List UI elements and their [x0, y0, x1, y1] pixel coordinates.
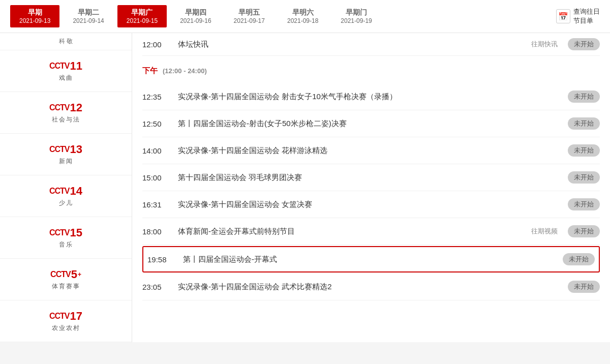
day1-label: 早期 — [28, 8, 42, 17]
day4-date: 2021-09-16 — [180, 17, 211, 24]
cctv17-name: 农业农村 — [52, 324, 80, 332]
date-item-day3[interactable]: 早期广 2021-09-15 — [117, 5, 167, 27]
program-row-2: 14:00 实况录像-第十四届全国运动会 花样游泳精选 未开始 — [142, 137, 600, 164]
prog-status-1[interactable]: 未开始 — [568, 117, 600, 130]
day5-label: 早明五 — [238, 8, 260, 17]
query-history-button[interactable]: 📅 查询往日节目单 — [556, 7, 600, 25]
prog-time-1: 12:50 — [142, 119, 173, 128]
prog-time-6: 19:58 — [147, 255, 178, 264]
prog-status-4[interactable]: 未开始 — [568, 198, 600, 210]
channel-cctv15[interactable]: CCTV 15 音乐 — [0, 217, 132, 259]
prog-status-6[interactable]: 未开始 — [563, 253, 595, 265]
prog-title-2: 实况录像-第十四届全国运动会 花样游泳精选 — [178, 146, 553, 156]
cctv13-name: 新闻 — [59, 157, 73, 166]
channel-cctv14[interactable]: CCTV 14 少儿 — [0, 175, 132, 217]
prog-title-partial: 体坛快讯 — [178, 40, 526, 49]
date-bar: 早期 2021-09-13 早期二 2021-09-14 早期广 2021-09… — [0, 0, 610, 33]
day7-date: 2021-09-19 — [341, 17, 372, 24]
prog-status-3[interactable]: 未开始 — [568, 171, 600, 184]
cctv15-name: 音乐 — [59, 240, 73, 249]
cctv5plus-logo: CCTV 5+ — [50, 268, 81, 281]
program-row-1: 12:50 第丨四届全国运动会-射击(女子50米步枪二姿)决赛 未开始 — [142, 110, 600, 137]
cctv12-logo: CCTV 12 — [49, 101, 82, 114]
day3-date: 2021-09-15 — [127, 17, 158, 24]
channel-cctv5plus[interactable]: CCTV 5+ 体育赛事 — [0, 259, 132, 300]
prog-title-5: 体育新闻-全运会开幕式前特别节目 — [178, 227, 526, 236]
program-row-highlighted: 19:58 第丨四届全国运动会-开幕式 未开始 — [142, 246, 600, 272]
day2-label: 早期二 — [78, 8, 99, 17]
prog-tag-5: 往期视频 — [531, 227, 558, 236]
channel-cctv12[interactable]: CCTV 12 社会与法 — [0, 92, 132, 134]
prog-title-7: 实况录像-第十四届全国运动会 武术比赛精选2 — [178, 282, 553, 292]
prog-title-1: 第丨四届全国运动会-射击(女子50米步枪二姿)决赛 — [178, 119, 553, 129]
date-item-day2[interactable]: 早期二 2021-09-14 — [64, 5, 113, 27]
prog-time-5: 18:00 — [142, 227, 173, 236]
cctv12-name: 社会与法 — [52, 115, 80, 124]
cctv11-logo: CCTV 11 — [49, 59, 82, 73]
afternoon-header: 下午 (12:00 - 24:00) — [142, 61, 600, 81]
cctv17-logo: CCTV 17 — [49, 310, 82, 323]
program-row-3: 15:00 第十四届全国运动会 羽毛球男团决赛 未开始 — [142, 164, 600, 191]
date-item-day5[interactable]: 早明五 2021-09-17 — [225, 5, 274, 27]
prog-time-3: 15:00 — [142, 173, 173, 182]
cctv15-logo: CCTV 15 — [49, 226, 82, 239]
program-row-0: 12:35 实况录像-第十四届全国运动会 射击女子10米气手枪决赛（录播） 未开… — [142, 83, 600, 110]
afternoon-range: (12:00 - 24:00) — [163, 67, 207, 75]
date-item-day6[interactable]: 早明六 2021-09-18 — [278, 5, 327, 27]
channel-cctv11[interactable]: CCTV 11 戏曲 — [0, 50, 132, 92]
cctv14-logo: CCTV 14 — [49, 185, 82, 198]
program-area: 12:00 体坛快讯 往期快讯 未开始 下午 (12:00 - 24:00) 1… — [132, 33, 610, 342]
day4-label: 早期四 — [185, 8, 206, 17]
prog-status-5[interactable]: 未开始 — [568, 225, 600, 237]
prog-status-0[interactable]: 未开始 — [568, 90, 600, 103]
cctv5plus-name: 体育赛事 — [52, 282, 80, 291]
date-item-day4[interactable]: 早期四 2021-09-16 — [171, 5, 220, 27]
channel-cctv13[interactable]: CCTV 13 新闻 — [0, 134, 132, 175]
day3-label: 早期广 — [131, 8, 152, 17]
cctv13-logo: CCTV 13 — [49, 143, 82, 156]
prog-title-3: 第十四届全国运动会 羽毛球男团决赛 — [178, 173, 553, 183]
channel-cctv17[interactable]: CCTV 17 农业农村 — [0, 300, 132, 342]
sidebar: 科 敬 CCTV 11 戏曲 CCTV 12 社会与法 CC — [0, 33, 132, 342]
date-item-day7[interactable]: 早期门 2021-09-19 — [331, 5, 381, 27]
prog-title-4: 实况录像-第十四届全国运动会 女篮决赛 — [178, 200, 553, 209]
afternoon-period: 下午 — [142, 66, 158, 76]
prog-status-2[interactable]: 未开始 — [568, 144, 600, 157]
prog-time-partial: 12:00 — [142, 40, 173, 49]
query-label: 查询往日节目单 — [573, 7, 600, 25]
calendar-icon: 📅 — [556, 9, 570, 23]
cctv11-name: 戏曲 — [59, 74, 73, 82]
channel-top-label: 科 敬 — [0, 33, 132, 50]
program-row-5: 18:00 体育新闻-全运会开幕式前特别节目 往期视频 未开始 — [142, 218, 600, 245]
date-item-day1[interactable]: 早期 2021-09-13 — [10, 5, 59, 27]
day2-date: 2021-09-14 — [73, 17, 104, 24]
day6-label: 早明六 — [292, 8, 314, 17]
page-container: 早期 2021-09-13 早期二 2021-09-14 早期广 2021-09… — [0, 0, 610, 342]
day6-date: 2021-09-18 — [287, 17, 318, 24]
program-row-4: 16:31 实况录像-第十四届全国运动会 女篮决赛 未开始 — [142, 191, 600, 218]
main-content: 科 敬 CCTV 11 戏曲 CCTV 12 社会与法 CC — [0, 33, 610, 342]
prog-title-6: 第丨四届全国运动会-开幕式 — [183, 255, 547, 264]
cctv14-name: 少儿 — [59, 199, 73, 207]
prog-time-0: 12:35 — [142, 93, 173, 101]
day1-date: 2021-09-13 — [19, 17, 50, 24]
prog-status-partial[interactable]: 未开始 — [568, 38, 600, 50]
program-row-partial: 12:00 体坛快讯 往期快讯 未开始 — [142, 33, 600, 56]
program-row-7: 23:05 实况录像-第十四届全国运动会 武术比赛精选2 未开始 — [142, 274, 600, 300]
prog-title-0: 实况录像-第十四届全国运动会 射击女子10米气手枪决赛（录播） — [178, 92, 553, 102]
day5-date: 2021-09-17 — [234, 17, 265, 24]
prog-time-4: 16:31 — [142, 200, 173, 209]
prog-tag-partial: 往期快讯 — [531, 40, 558, 49]
prog-time-7: 23:05 — [142, 283, 173, 291]
day7-label: 早期门 — [346, 8, 367, 17]
prog-status-7[interactable]: 未开始 — [568, 281, 600, 293]
prog-time-2: 14:00 — [142, 146, 173, 155]
